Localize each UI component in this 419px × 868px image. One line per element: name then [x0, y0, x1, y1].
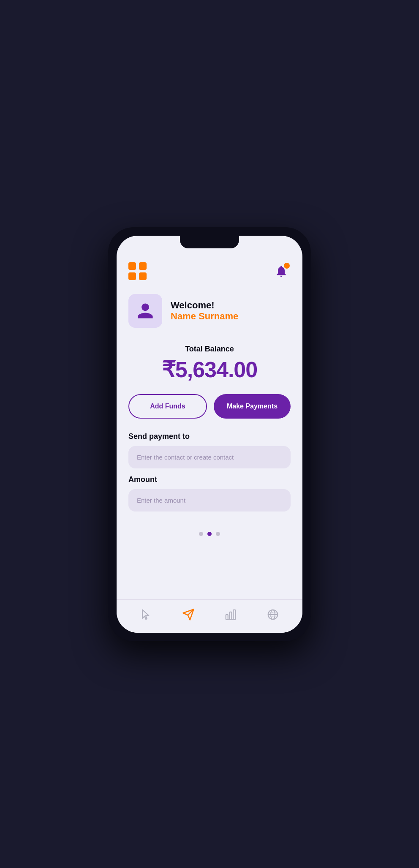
avatar-icon [136, 302, 155, 320]
screen-content: Welcome! Name Surname Total Balance ₹5,6… [117, 236, 302, 633]
action-buttons: Add Funds Make Payments [117, 391, 302, 429]
grid-dot-3 [128, 272, 136, 280]
form-section: Send payment to Amount [117, 429, 302, 525]
phone-frame: Welcome! Name Surname Total Balance ₹5,6… [108, 227, 311, 641]
phone-screen: Welcome! Name Surname Total Balance ₹5,6… [117, 236, 302, 633]
nav-globe-button[interactable] [261, 607, 284, 623]
contact-input[interactable] [128, 446, 291, 468]
make-payments-button[interactable]: Make Payments [214, 394, 291, 419]
balance-section: Total Balance ₹5,634.00 [117, 331, 302, 391]
amount-input[interactable] [128, 489, 291, 512]
add-funds-button[interactable]: Add Funds [128, 394, 207, 419]
user-name: Name Surname [171, 311, 238, 322]
grid-dot-1 [128, 262, 136, 270]
balance-label: Total Balance [185, 345, 234, 354]
svg-rect-1 [230, 612, 232, 619]
welcome-label: Welcome! [171, 300, 238, 311]
nav-send-button[interactable] [177, 607, 200, 623]
amount-label: Amount [128, 475, 291, 484]
analytics-nav-icon [224, 608, 237, 621]
send-payment-label: Send payment to [128, 432, 291, 441]
pagination-dots [117, 525, 302, 541]
dot-3[interactable] [216, 532, 220, 536]
cursor-nav-icon [140, 608, 152, 621]
phone-notch [180, 236, 239, 248]
grid-dot-2 [139, 262, 147, 270]
profile-section: Welcome! Name Surname [117, 284, 302, 331]
avatar-container [128, 294, 162, 328]
globe-nav-icon [267, 608, 279, 621]
dot-1[interactable] [199, 532, 203, 536]
svg-rect-0 [226, 615, 228, 619]
notification-badge [284, 263, 290, 269]
svg-rect-2 [233, 610, 235, 619]
grid-dot-4 [139, 272, 147, 280]
send-nav-icon [182, 608, 195, 621]
balance-amount: ₹5,634.00 [162, 357, 257, 382]
welcome-text-container: Welcome! Name Surname [171, 300, 238, 322]
grid-menu-button[interactable] [128, 262, 147, 280]
nav-analytics-button[interactable] [219, 607, 242, 623]
nav-icons-row [125, 607, 294, 623]
bottom-nav [117, 599, 302, 633]
notification-button[interactable] [272, 262, 291, 280]
header [117, 257, 302, 284]
dot-2[interactable] [207, 532, 212, 536]
nav-cursor-button[interactable] [135, 607, 158, 623]
